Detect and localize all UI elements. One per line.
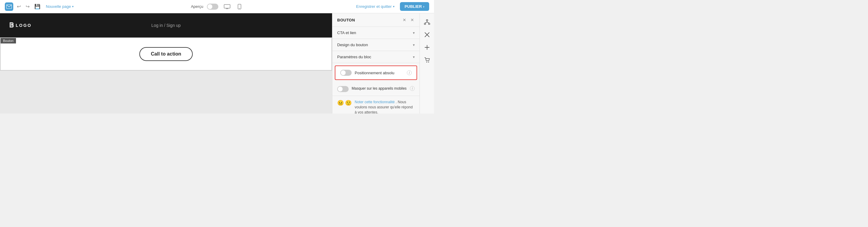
accordion-parametres-bloc-label: Paramètres du bloc	[337, 55, 371, 59]
sidebar-tree-icon[interactable]	[421, 16, 433, 28]
accordion-cta-lien: CTA et lien ▾	[332, 27, 420, 39]
bouton-tag: Bouton	[1, 38, 16, 44]
chevron-down-icon-2: ▾	[413, 43, 415, 47]
apercu-label: Aperçu	[191, 4, 203, 9]
svg-point-7	[426, 62, 427, 62]
redo-button[interactable]: ↪	[25, 2, 31, 10]
toolbar-right: Enregistrer et quitter ▾ PUBLIER ›	[246, 2, 429, 11]
positionnement-info-icon[interactable]: i	[407, 70, 412, 75]
chevron-down-icon: ▾	[413, 31, 415, 35]
nouvelle-page-label: Nouvelle page	[46, 4, 71, 9]
positionnement-toggle[interactable]	[340, 70, 352, 76]
panel-header: BOUTON ✕ ✕	[332, 13, 420, 27]
toolbar: ↩ ↪ 💾 Nouvelle page ▾ Aperçu Enreg	[0, 0, 434, 13]
enregistrer-label: Enregistrer et quitter	[356, 4, 392, 9]
feedback-sad-icon: 😐	[337, 100, 344, 106]
chevron-down-icon-3: ▾	[413, 55, 415, 59]
feedback-text: Noter cette fonctionnalité . Nous voulon…	[355, 100, 415, 113]
positionnement-absolu-section: Positionnement absolu i	[335, 65, 417, 80]
feedback-icons: 😐 🙂	[337, 100, 352, 106]
apercu-toggle[interactable]	[207, 4, 218, 10]
undo-button[interactable]: ↩	[16, 2, 22, 10]
accordion-design-bouton: Design du bouton ▾	[332, 39, 420, 51]
enregistrer-button[interactable]: Enregistrer et quitter ▾	[354, 3, 397, 10]
masquer-info-icon[interactable]: i	[410, 86, 415, 91]
navbar-center-text: Log in / Sign up	[151, 23, 181, 28]
desktop-icon[interactable]	[222, 3, 232, 10]
svg-point-6	[428, 23, 430, 25]
enregistrer-chevron-icon: ▾	[393, 5, 395, 8]
accordion-cta-lien-header[interactable]: CTA et lien ▾	[332, 27, 420, 39]
panel-close-icon[interactable]: ✕	[410, 17, 415, 23]
panel-pin-icon[interactable]: ✕	[402, 17, 407, 23]
nouvelle-page-button[interactable]: Nouvelle page ▾	[44, 3, 75, 10]
mail-icon	[5, 2, 13, 11]
logo-text: LOGO	[16, 23, 32, 28]
masquer-section: Masquer sur les appareils mobiles i	[332, 82, 420, 96]
accordion-parametres-bloc-header[interactable]: Paramètres du bloc ▾	[332, 51, 420, 63]
accordion-cta-lien-label: CTA et lien	[337, 30, 356, 35]
feedback-section: 😐 🙂 Noter cette fonctionnalité . Nous vo…	[332, 96, 420, 113]
mobile-icon[interactable]	[236, 3, 243, 10]
feedback-happy-icon: 🙂	[345, 100, 352, 106]
sidebar-add-icon[interactable]	[421, 42, 433, 53]
accordion-design-bouton-label: Design du bouton	[337, 42, 368, 47]
button-section: Bouton Call to action	[0, 37, 332, 70]
toolbar-center: Aperçu	[191, 3, 243, 10]
navbar-preview: 𝔹 LOGO Log in / Sign up	[0, 13, 332, 37]
svg-point-5	[424, 23, 426, 25]
svg-point-8	[428, 62, 429, 62]
masquer-label: Masquer sur les appareils mobiles	[352, 86, 407, 91]
svg-rect-1	[224, 4, 230, 8]
icon-sidebar	[420, 13, 434, 113]
canvas-area: 𝔹 LOGO Log in / Sign up Bouton Call to a…	[0, 13, 332, 113]
logo-icon: 𝔹	[9, 22, 13, 29]
panel-title: BOUTON	[337, 18, 355, 22]
publier-label: PUBLIER	[405, 4, 422, 9]
main-area: 𝔹 LOGO Log in / Sign up Bouton Call to a…	[0, 13, 434, 113]
publier-arrow-icon: ›	[423, 4, 424, 9]
right-panel: BOUTON ✕ ✕ CTA et lien ▾ Design du bouto…	[332, 13, 420, 113]
publier-button[interactable]: PUBLIER ›	[400, 2, 429, 11]
sidebar-close-icon[interactable]	[421, 29, 433, 40]
masquer-toggle[interactable]	[337, 86, 349, 92]
toolbar-left: ↩ ↪ 💾 Nouvelle page ▾	[5, 2, 188, 11]
feedback-link[interactable]: Noter cette fonctionnalité	[355, 100, 395, 104]
save-button[interactable]: 💾	[33, 2, 42, 10]
positionnement-label: Positionnement absolu	[355, 70, 404, 75]
accordion-design-bouton-header[interactable]: Design du bouton ▾	[332, 39, 420, 51]
panel-header-icons: ✕ ✕	[402, 17, 415, 23]
chevron-down-icon: ▾	[72, 5, 73, 8]
svg-point-4	[426, 20, 428, 21]
svg-point-3	[239, 8, 240, 8]
accordion-parametres-bloc: Paramètres du bloc ▾	[332, 51, 420, 63]
sidebar-cart-icon[interactable]	[421, 54, 433, 66]
cta-button[interactable]: Call to action	[140, 47, 192, 61]
logo-area: 𝔹 LOGO	[9, 22, 32, 29]
